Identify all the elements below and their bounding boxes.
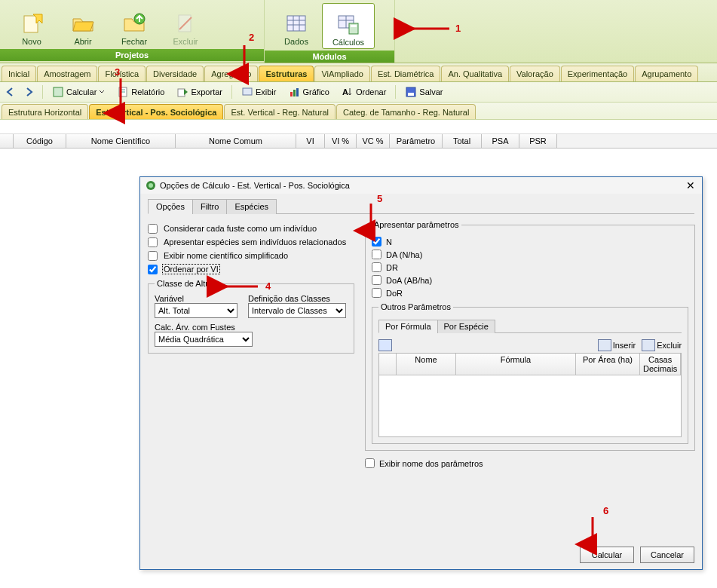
cancelar-button[interactable]: Cancelar — [640, 547, 694, 563]
dialog-tabs: Opções Filtro Espécies — [148, 198, 694, 214]
chk-apresentar-esp[interactable]: Apresentar espécies sem indivíduos relac… — [148, 237, 354, 247]
open-folder-icon — [71, 11, 95, 35]
subtab-horizontal[interactable]: Estrutura Horizontal — [2, 104, 88, 119]
ribbon-group-modulos-title: Módulos — [265, 51, 394, 63]
dialog-title-text: Opções de Cálculo - Est. Vertical - Pos.… — [160, 181, 350, 190]
pg-col-area[interactable]: Por Área (ha) — [576, 354, 640, 375]
defclasses-select[interactable]: Intervalo de Classes — [248, 303, 346, 318]
tab-diversidade[interactable]: Diversidade — [146, 66, 204, 81]
chart-icon — [288, 86, 300, 98]
toolbar: Calcular Relatório Exportar Exibir Gráfi… — [0, 82, 717, 103]
toolbar-sep — [42, 85, 43, 99]
chk-considerar-label: Considerar cada fuste como um indivíduo — [162, 223, 318, 234]
novo-button[interactable]: Novo — [6, 3, 57, 47]
dialog-titlebar[interactable]: Opções de Cálculo - Est. Vertical - Pos.… — [140, 177, 702, 194]
fieldset-outros: Outros Parâmetros Por Fórmula Por Espéci… — [372, 302, 688, 444]
chk-exibir-simpl[interactable]: Exibir nome científico simplificado — [148, 250, 354, 261]
legend-outros: Outros Parâmetros — [378, 302, 453, 311]
chk-dr[interactable]: DR — [372, 262, 688, 272]
svg-rect-23 — [296, 88, 299, 96]
tab-valoracao[interactable]: Valoração — [510, 66, 560, 81]
chk-da-input[interactable] — [372, 250, 381, 259]
annotation-arrow-4 — [220, 279, 259, 294]
nav-fwd-button[interactable] — [23, 85, 36, 99]
grid-header: Código Nome Científico Nome Comum VI VI … — [0, 133, 717, 149]
calc-fustes-select[interactable]: Média Quadrática — [155, 332, 253, 347]
chk-ordenar-input[interactable] — [148, 265, 158, 274]
tab-estruturas[interactable]: Estruturas — [259, 66, 314, 81]
col-nome-comum[interactable]: Nome Comum — [176, 134, 296, 148]
ordenar-button[interactable]: AOrdenar — [339, 84, 389, 100]
chk-apresentar-esp-input[interactable] — [148, 237, 158, 247]
subtab-vertical-reg[interactable]: Est. Vertical - Reg. Natural — [224, 104, 336, 119]
subtab-categ[interactable]: Categ. de Tamanho - Reg. Natural — [336, 104, 476, 119]
param-grid-header: Nome Fórmula Por Área (ha) Casas Decimai… — [379, 354, 681, 375]
dialog-right-col: Apresentar parâmetros N DA (N/ha) DR DoA… — [365, 220, 682, 471]
nav-back-button[interactable] — [3, 85, 17, 99]
col-codigo[interactable]: Código — [14, 134, 66, 148]
col-parametro[interactable]: Parâmetro — [390, 134, 443, 148]
export-icon — [176, 86, 188, 98]
chk-considerar-input[interactable] — [148, 224, 158, 234]
param-grid[interactable]: Nome Fórmula Por Área (ha) Casas Decimai… — [378, 353, 682, 437]
exportar-button[interactable]: Exportar — [173, 84, 225, 100]
chk-n-label: N — [386, 237, 392, 247]
col-nome-cientifico[interactable]: Nome Científico — [66, 134, 176, 148]
svg-rect-26 — [408, 93, 414, 96]
tab-est-diametrica[interactable]: Est. Diamétrica — [371, 66, 441, 81]
col-total[interactable]: Total — [443, 134, 482, 148]
annotation-arrow-2 — [235, 44, 253, 80]
subtab-vertical-pos[interactable]: Est. Vertical - Pos. Sociológica — [89, 104, 223, 119]
abrir-button[interactable]: Abrir — [57, 3, 109, 47]
chk-dor[interactable]: DoR — [372, 288, 688, 298]
outros-toolbar: Inserir Excluir — [378, 338, 682, 353]
tab-an-qualitativa[interactable]: An. Qualitativa — [441, 66, 509, 81]
chk-ordenar[interactable]: Ordenar por VI — [148, 264, 354, 274]
chk-doa[interactable]: DoA (AB/ha) — [372, 275, 688, 285]
tab-agrupamento[interactable]: Agrupamento — [635, 66, 698, 81]
chk-doa-input[interactable] — [372, 275, 381, 285]
tab-inicial[interactable]: Inicial — [2, 66, 36, 81]
chk-exibir-nome-param-input[interactable] — [365, 458, 375, 468]
chk-da[interactable]: DA (N/ha) — [372, 250, 688, 259]
itab-formula[interactable]: Por Fórmula — [378, 320, 438, 333]
chk-n[interactable]: N — [372, 237, 688, 247]
col-vi[interactable]: VI — [296, 134, 325, 148]
close-button[interactable]: ✕ — [684, 179, 697, 192]
pg-col-nome[interactable]: Nome — [397, 354, 456, 375]
chk-dor-input[interactable] — [372, 288, 381, 298]
tab-viampliado[interactable]: ViAmpliado — [314, 66, 369, 81]
col-psr[interactable]: PSR — [519, 134, 557, 148]
inserir-button[interactable]: Inserir — [598, 339, 636, 351]
chk-dr-label: DR — [386, 263, 398, 272]
dtab-filtro[interactable]: Filtro — [192, 199, 227, 214]
chk-exibir-simpl-input[interactable] — [148, 251, 158, 261]
fechar-button[interactable]: Fechar — [109, 3, 160, 47]
chk-n-input[interactable] — [372, 237, 381, 247]
book-icon[interactable] — [378, 339, 392, 351]
chk-dr-input[interactable] — [372, 262, 381, 272]
col-vc-pct[interactable]: VC % — [357, 134, 390, 148]
calcular-button[interactable]: Calcular — [49, 84, 108, 100]
tab-experimentacao[interactable]: Experimentação — [561, 66, 635, 81]
tab-amostragem[interactable]: Amostragem — [37, 66, 97, 81]
col-vi-pct[interactable]: VI % — [325, 134, 357, 148]
itab-especie[interactable]: Por Espécie — [437, 320, 495, 333]
pg-col-dec[interactable]: Casas Decimais — [640, 354, 681, 375]
grid-data-icon — [284, 11, 308, 35]
excluir2-button[interactable]: Excluir — [642, 339, 682, 351]
dados-button[interactable]: Dados — [271, 3, 322, 47]
chk-exibir-nome-param[interactable]: Exibir nome dos parâmetros — [365, 458, 682, 468]
grafico-button[interactable]: Gráfico — [285, 84, 332, 100]
variavel-select[interactable]: Alt. Total — [155, 303, 237, 318]
chk-considerar[interactable]: Considerar cada fuste como um indivíduo — [148, 223, 354, 234]
app-icon — [145, 179, 157, 191]
calculos-button[interactable]: Cálculos — [322, 3, 375, 49]
exibir-button[interactable]: Exibir — [238, 84, 280, 100]
pg-col-formula[interactable]: Fórmula — [456, 354, 576, 375]
legend-classe-altura: Classe de Altura — [155, 279, 219, 288]
col-psa[interactable]: PSA — [482, 134, 519, 148]
salvar-button[interactable]: Salvar — [402, 84, 446, 100]
dtab-opcoes[interactable]: Opções — [148, 199, 193, 214]
dtab-especies[interactable]: Espécies — [226, 199, 277, 214]
